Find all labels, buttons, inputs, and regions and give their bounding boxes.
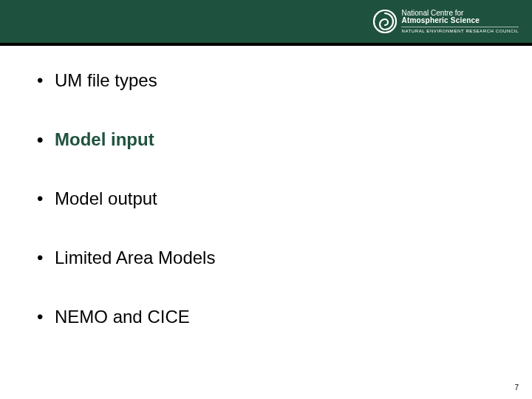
bullet-item: Limited Area Models [37,248,488,268]
logo-line3: NATURAL ENVIRONMENT RESEARCH COUNCIL [401,27,519,33]
bullet-item: NEMO and CICE [37,307,488,327]
bullet-item: Model output [37,188,488,209]
bullet-list: UM file types Model input Model output L… [37,70,488,327]
swirl-logo-icon [373,10,397,33]
page-number: 7 [514,383,519,392]
logo-line2: Atmospheric Science [401,17,519,25]
header-band: National Centre for Atmospheric Science … [0,0,532,46]
bullet-text: Model input [55,129,154,149]
logo: National Centre for Atmospheric Science … [373,7,519,35]
bullet-text: Limited Area Models [55,248,215,267]
bullet-item: Model input [37,129,488,150]
bullet-item: UM file types [37,70,488,91]
bullet-text: NEMO and CICE [55,307,190,327]
logo-text: National Centre for Atmospheric Science … [401,10,519,33]
bullet-text: Model output [55,188,157,208]
bullet-text: UM file types [55,70,157,90]
slide-content: UM file types Model input Model output L… [37,70,488,366]
